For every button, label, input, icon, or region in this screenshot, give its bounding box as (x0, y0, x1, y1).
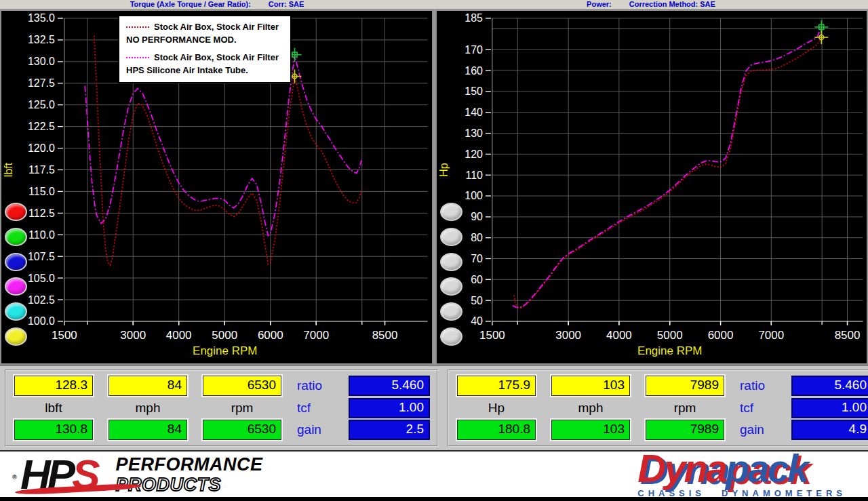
svg-text:80: 80 (471, 232, 483, 243)
svg-text:60: 60 (471, 274, 483, 285)
ratio-value: 5.460 (349, 376, 430, 396)
svg-text:50: 50 (471, 295, 483, 306)
svg-text:112.5: 112.5 (28, 207, 55, 219)
gain-label: gain (297, 422, 349, 437)
svg-text:5000: 5000 (656, 329, 682, 342)
svg-text:8500: 8500 (834, 329, 860, 342)
power-current-mph: 103 (551, 420, 630, 440)
ratio-label: ratio (740, 378, 791, 393)
power-header-correction: Correction Method: SAE (629, 0, 715, 8)
ratio-label: ratio (297, 378, 349, 393)
dynapack-logo: Dynapack CHASSIS DYNAMOMETERS (637, 451, 846, 498)
gain-label: gain (740, 422, 791, 437)
svg-text:110: 110 (465, 169, 483, 181)
hps-logo: HPS ® PERFORMANCE PRODUCTS (20, 454, 263, 495)
svg-text:140: 140 (465, 106, 483, 118)
legend-hps-line1: Stock Air Box, Stock Air Filter (154, 52, 279, 64)
gain-value: 4.9 (791, 420, 868, 440)
channel-button-yellow-5[interactable] (5, 327, 27, 346)
torque-peak-rpm: 6530 (203, 376, 281, 396)
svg-text:6000: 6000 (707, 329, 733, 342)
torque-peak-value: 128.3 (14, 376, 93, 396)
hps-mark: HPS ® (20, 455, 104, 494)
svg-text:lbft: lbft (3, 162, 14, 177)
power-header-title: Power: (587, 0, 612, 8)
svg-text:120.0: 120.0 (28, 142, 55, 154)
svg-text:Engine RPM: Engine RPM (193, 344, 257, 357)
torque-header-title: Torque (Axle Torque / Gear Ratio): (130, 0, 251, 8)
power-peak-value: 175.9 (457, 376, 536, 396)
svg-text:90: 90 (471, 211, 483, 222)
torque-current-rpm: 6530 (203, 420, 281, 440)
svg-text:5000: 5000 (212, 329, 237, 342)
channel-button-cyan-4[interactable] (5, 302, 27, 321)
svg-text:135.0: 135.0 (28, 12, 55, 24)
legend-stock-line2: NO PERFORMANCE MOD. (126, 34, 283, 47)
svg-text:7000: 7000 (303, 329, 329, 342)
tcf-label: tcf (740, 401, 791, 416)
power-current-value: 180.8 (457, 420, 536, 440)
power-chart: 1851701601501401301201101009080706050401… (437, 11, 867, 363)
torque-current-value: 130.8 (14, 420, 93, 440)
svg-text:120: 120 (465, 148, 483, 160)
gain-value: 2.5 (349, 420, 430, 440)
torque-readout-group: 128.3 lbft 130.8 84 mph 84 6530 rpm 6530… (5, 369, 438, 447)
tcf-value: 1.00 (349, 398, 430, 418)
channel-button-gray-0[interactable] (440, 203, 462, 221)
rpm-unit-label: rpm (203, 399, 281, 418)
svg-text:130: 130 (465, 127, 483, 139)
legend-hps-line2: HPS Silicone Air Intake Tube. (126, 64, 283, 77)
torque-unit-label: lbft (14, 399, 93, 418)
channel-button-gray-3[interactable] (440, 277, 462, 296)
svg-text:170: 170 (465, 44, 483, 56)
torque-chart-panel: 135.0132.5130.0127.5125.0122.5120.0117.5… (0, 9, 433, 365)
svg-text:3000: 3000 (120, 329, 146, 342)
dynapack-subtitle: CHASSIS DYNAMOMETERS (637, 488, 846, 498)
channel-button-green-1[interactable] (5, 228, 27, 246)
power-current-rpm: 7989 (646, 420, 724, 440)
svg-text:4000: 4000 (606, 329, 631, 342)
chassis-text: CHASSIS (637, 488, 705, 498)
svg-text:4000: 4000 (166, 329, 192, 342)
svg-text:132.5: 132.5 (28, 34, 55, 45)
stock-series-sample-line (126, 26, 149, 28)
registered-mark: ® (12, 458, 17, 497)
svg-text:102.5: 102.5 (28, 294, 55, 306)
channel-button-gray-5[interactable] (440, 327, 462, 346)
power-readout-group: 175.9 Hp 180.8 103 mph 103 7989 rpm 7989… (448, 369, 868, 447)
mph-unit-label: mph (108, 399, 187, 418)
svg-text:122.5: 122.5 (28, 121, 55, 132)
dynapack-pack-text: pack (726, 446, 807, 490)
channel-button-gray-1[interactable] (440, 228, 462, 246)
mph-unit-label: mph (551, 399, 630, 418)
chart-panels: 135.0132.5130.0127.5125.0122.5120.0117.5… (0, 9, 868, 365)
svg-text:127.5: 127.5 (28, 77, 55, 89)
channel-button-gray-4[interactable] (440, 302, 462, 321)
power-chart-panel: 1851701601501401301201101009080706050401… (435, 9, 868, 365)
hps-performance-text: PERFORMANCE (116, 454, 263, 475)
svg-text:125.0: 125.0 (28, 99, 55, 111)
svg-text:8500: 8500 (372, 329, 398, 342)
channel-button-gray-2[interactable] (440, 253, 462, 271)
tcf-value: 1.00 (791, 398, 868, 418)
svg-text:3000: 3000 (555, 329, 581, 342)
channel-button-blue-2[interactable] (5, 253, 27, 271)
svg-text:130.0: 130.0 (28, 56, 55, 67)
channel-button-red-0[interactable] (5, 203, 27, 221)
hps-wordmark: PERFORMANCE PRODUCTS (116, 454, 263, 495)
svg-text:117.5: 117.5 (28, 164, 55, 176)
power-unit-label: Hp (457, 399, 536, 418)
svg-text:150: 150 (465, 85, 483, 97)
svg-text:7000: 7000 (758, 329, 784, 342)
hps-series-sample-line (126, 57, 149, 58)
tcf-label: tcf (297, 401, 349, 416)
svg-text:70: 70 (471, 253, 483, 264)
ratio-value: 5.460 (791, 376, 868, 396)
svg-text:100: 100 (465, 190, 483, 201)
dynamometers-text: DYNAMOMETERS (722, 488, 846, 498)
svg-text:105.0: 105.0 (28, 273, 55, 284)
power-peak-mph: 103 (551, 376, 630, 396)
torque-current-mph: 84 (108, 420, 187, 440)
svg-text:160: 160 (465, 65, 483, 77)
svg-text:110.0: 110.0 (28, 229, 55, 241)
